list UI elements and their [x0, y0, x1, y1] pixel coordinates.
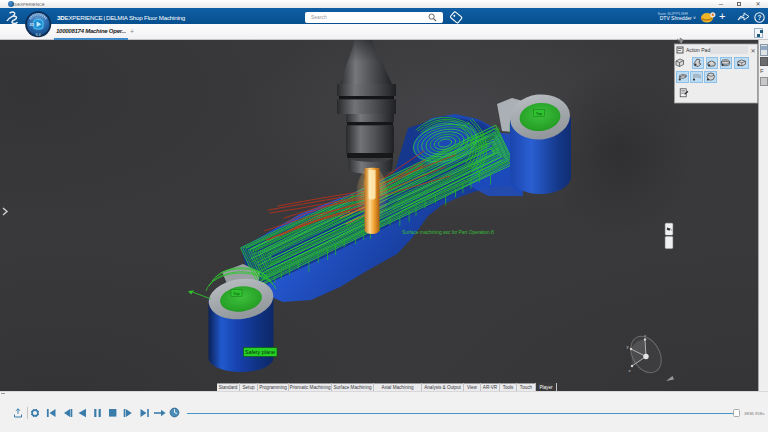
svg-text:Top: Top	[536, 111, 543, 116]
svg-text:3D: 3D	[29, 23, 34, 27]
svg-text:z: z	[628, 368, 630, 373]
svg-text:Action Pad: Action Pad	[686, 47, 710, 53]
svg-text:Surface machining asc for Part: Surface machining asc for Part Operation…	[402, 229, 494, 235]
svg-text:Safety plane: Safety plane	[245, 349, 275, 355]
svg-text:6.4: 6.4	[36, 33, 41, 37]
svg-text:Top: Top	[233, 291, 240, 296]
svg-text:✕: ✕	[751, 48, 756, 54]
svg-text:?: ?	[758, 14, 762, 21]
